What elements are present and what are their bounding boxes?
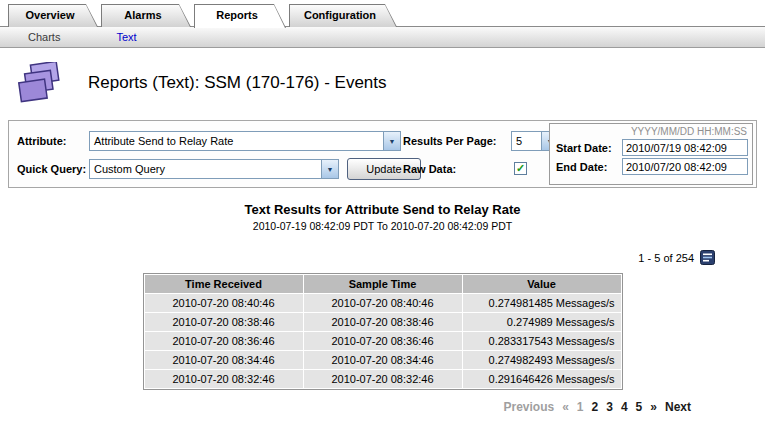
col-header-value: Value [463,275,621,293]
subnav-item-charts[interactable]: Charts [28,31,60,43]
pagination-next[interactable]: Next [665,400,691,414]
pagination-page-current: 1 [577,400,584,414]
pagination-page-3[interactable]: 3 [606,400,613,414]
page-header: Reports (Text): SSM (170-176) - Events [16,61,765,105]
results-title: Text Results for Attribute Send to Relay… [0,202,765,217]
pagination-prev-arrow-icon: « [562,400,569,414]
attribute-select-value: Attribute Send to Relay Rate [90,132,383,150]
results-range-row: 1 - 5 of 254 [0,250,715,265]
end-date-input[interactable] [622,158,748,175]
date-range-panel: YYYY/MM/DD HH:MM:SS Start Date: End Date… [549,123,753,185]
attribute-label: Attribute: [17,135,67,147]
sample-time-cell: 2010-07-20 08:36:46 [304,332,462,350]
table-row: 2010-07-20 08:32:462010-07-20 08:32:460.… [145,370,621,388]
time-received-cell: 2010-07-20 08:34:46 [145,351,303,369]
quick-query-select[interactable]: Custom Query ▼ [89,159,339,179]
end-date-label: End Date: [556,161,607,173]
table-header-row: Time Received Sample Time Value [145,275,621,293]
value-cell: 0.274989 Messages/s [463,313,621,331]
value-cell: 0.283317543 Messages/s [463,332,621,350]
date-format-hint: YYYY/MM/DD HH:MM:SS [550,124,752,137]
time-received-cell: 2010-07-20 08:32:46 [145,370,303,388]
page-title: Reports (Text): SSM (170-176) - Events [88,73,387,93]
reports-subnav: Charts Text [0,27,765,48]
time-received-cell: 2010-07-20 08:38:46 [145,313,303,331]
pagination: Previous«12345»Next [0,400,691,414]
dropdown-arrow-icon: ▼ [383,132,400,150]
pagination-previous: Previous [503,400,554,414]
sample-time-cell: 2010-07-20 08:32:46 [304,370,462,388]
value-cell: 0.274982493 Messages/s [463,351,621,369]
quick-query-label: Quick Query: [17,163,86,175]
sample-time-cell: 2010-07-20 08:38:46 [304,313,462,331]
results-table-body: 2010-07-20 08:40:462010-07-20 08:40:460.… [145,294,621,388]
start-date-input[interactable] [622,139,748,156]
value-cell: 0.291646426 Messages/s [463,370,621,388]
table-row: 2010-07-20 08:40:462010-07-20 08:40:460.… [145,294,621,312]
tab-label: Overview [8,4,98,27]
dropdown-arrow-icon: ▼ [321,160,338,178]
pagination-page-2[interactable]: 2 [592,400,599,414]
results-per-page-label: Results Per Page: [403,135,497,147]
results-range-text: 1 - 5 of 254 [638,252,694,264]
reports-stack-icon [16,62,62,104]
col-header-time-received: Time Received [145,275,303,293]
results-date-range: 2010-07-19 08:42:09 PDT To 2010-07-20 08… [0,220,765,232]
table-row: 2010-07-20 08:34:462010-07-20 08:34:460.… [145,351,621,369]
export-report-icon[interactable] [700,250,715,265]
table-row: 2010-07-20 08:36:462010-07-20 08:36:460.… [145,332,621,350]
results-per-page-value: 5 [512,132,541,150]
time-received-cell: 2010-07-20 08:40:46 [145,294,303,312]
raw-data-label: Raw Data: [403,163,456,175]
col-header-sample-time: Sample Time [304,275,462,293]
start-date-label: Start Date: [556,142,612,154]
sample-time-cell: 2010-07-20 08:34:46 [304,351,462,369]
main-tab-bar: Overview Alarms Reports Configuration [0,0,765,27]
time-received-cell: 2010-07-20 08:36:46 [145,332,303,350]
subnav-item-text[interactable]: Text [116,31,136,43]
tab-overview[interactable]: Overview [8,4,98,27]
tab-reports[interactable]: Reports [194,4,286,28]
tab-label: Configuration [289,4,397,27]
quick-query-select-value: Custom Query [90,160,321,178]
results-table: Time Received Sample Time Value 2010-07-… [143,273,623,390]
tab-label: Alarms [101,4,191,27]
raw-data-checkbox[interactable] [514,162,527,175]
report-query-form: Attribute: Attribute Send to Relay Rate … [8,120,757,188]
sample-time-cell: 2010-07-20 08:40:46 [304,294,462,312]
tab-label: Reports [194,4,286,27]
pagination-next-arrow-icon[interactable]: » [650,400,657,414]
pagination-page-5[interactable]: 5 [636,400,643,414]
attribute-select[interactable]: Attribute Send to Relay Rate ▼ [89,131,401,151]
value-cell: 0.274981485 Messages/s [463,294,621,312]
pagination-page-4[interactable]: 4 [621,400,628,414]
tab-configuration[interactable]: Configuration [289,4,397,27]
table-row: 2010-07-20 08:38:462010-07-20 08:38:460.… [145,313,621,331]
tab-alarms[interactable]: Alarms [101,4,191,27]
